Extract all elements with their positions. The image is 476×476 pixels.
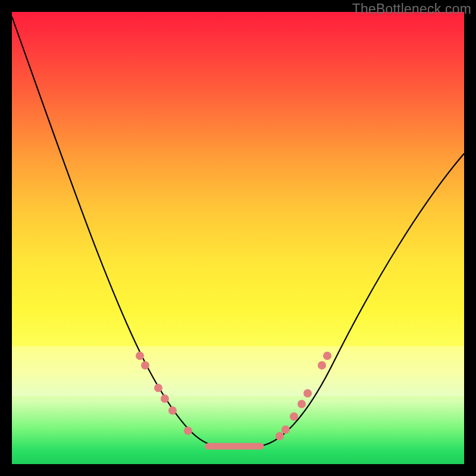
highlight-dot [184, 427, 192, 435]
highlight-dot [168, 406, 177, 415]
highlight-dot [323, 352, 331, 360]
watermark-text: TheBottleneck.com [352, 1, 471, 17]
highlight-dot [161, 394, 169, 403]
plot-area [12, 12, 464, 464]
bottleneck-curve [12, 17, 464, 446]
highlight-dot [141, 361, 149, 369]
highlight-dot [136, 352, 144, 360]
highlight-dot [275, 432, 284, 440]
chart-svg [12, 12, 464, 464]
highlight-dots-group [136, 352, 331, 440]
chart-frame: TheBottleneck.com [0, 0, 476, 476]
highlight-dot [281, 425, 290, 434]
highlight-dot [290, 412, 298, 421]
highlight-dot [154, 384, 162, 392]
highlight-dot [318, 361, 326, 369]
highlight-dot [303, 389, 312, 397]
highlight-dot [298, 400, 306, 408]
